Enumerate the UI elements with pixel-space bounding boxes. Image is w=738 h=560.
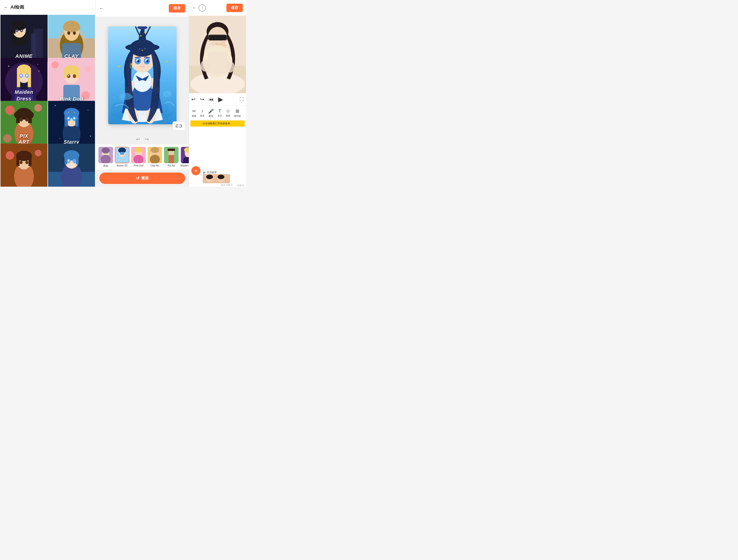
svg-point-137 [122,152,124,155]
filter-anime2d-label: Anime 2D [117,164,127,167]
editor-back-button[interactable]: ← [192,4,197,12]
svg-point-82 [35,150,41,156]
svg-point-38 [85,67,91,72]
svg-text:✦: ✦ [143,31,145,34]
svg-point-170 [201,60,210,71]
svg-text:✦: ✦ [163,79,165,81]
expand-button[interactable]: ⛶ [240,97,244,102]
add-clip-button[interactable]: + [191,166,201,175]
gallery-item-pinkdoll[interactable]: Pink Doll [48,58,95,105]
svg-text:✦: ✦ [38,70,40,72]
filter-item-pinkdoll[interactable]: Pink Doll [131,147,146,167]
filter-strip: 原始 Anime 2D [96,144,189,170]
more1-thumbnail [0,144,48,187]
redo-editor-button[interactable]: ↪ [200,96,204,102]
svg-rect-168 [223,40,225,47]
svg-text:✦: ✦ [139,48,140,50]
gallery-item-more1[interactable] [0,144,48,187]
tool-pictureinpicture[interactable]: ⊞ 画中画 [232,107,243,119]
svg-point-77 [73,117,75,119]
svg-point-10 [21,30,22,31]
filter-item-clayart[interactable]: Clay Art [147,147,162,167]
editor-help-button[interactable]: ? [199,4,206,12]
gallery-item-starry[interactable]: ★ ★ Starry [48,101,95,148]
voice-icon: 🎤 [208,108,214,114]
music-icon: ♪ [201,108,204,114]
svg-point-171 [226,61,235,73]
svg-point-119 [137,60,139,62]
undo-editor-button[interactable]: ↩ [191,96,196,102]
svg-text:★: ★ [73,111,75,113]
svg-text:✦: ✦ [8,65,10,68]
preview-back-button[interactable]: ← [99,6,104,11]
redraw-button[interactable]: ↺ 重画 [99,172,185,184]
editor-nav-buttons: ← ? [192,4,206,12]
svg-point-104 [133,70,152,92]
gallery-grid: ANIME [0,14,95,187]
svg-rect-72 [64,119,68,126]
filter-item-pixart[interactable]: Pix Art [164,147,178,167]
undo-button[interactable]: ↩ [136,136,140,142]
text-icon: T [219,108,221,114]
tooltip-banner: 点击缩略图打开快捷菜单。 [191,120,245,126]
gallery-back-button[interactable]: ← [4,5,8,10]
maiden-label: MaidenDress [15,89,33,102]
svg-point-60 [20,118,23,121]
emoji-label: 表情 [226,114,230,117]
svg-point-37 [51,61,58,68]
cut-label: 剪辑 [192,114,197,118]
bottom-timeline: + 🔊 开启原音 0:00.0 总共 0:04.0 [189,126,246,187]
video-preview [189,16,246,93]
svg-point-63 [54,105,55,106]
filter-item-maiden[interactable]: Maiden Dress [180,147,189,167]
svg-point-51 [34,104,42,111]
gallery-item-anime[interactable]: ANIME [0,15,48,62]
svg-point-88 [20,161,23,164]
svg-point-174 [206,174,213,179]
music-label: 音乐 [200,114,205,117]
pip-icon: ⊞ [236,108,240,114]
tool-cut[interactable]: ✂ 剪辑 [190,107,198,119]
svg-rect-149 [168,155,174,163]
filter-item-anime2d[interactable]: Anime 2D [115,147,129,167]
toolbar-strip: ✂ 剪辑 ♪ 音乐 🎤 配音 T 文字 ☺ 表情 ⊞ 画中画 [189,105,246,120]
svg-point-32 [26,74,28,76]
svg-point-117 [137,60,137,61]
svg-rect-73 [75,119,78,126]
svg-point-89 [25,161,28,164]
svg-text:✦: ✦ [37,63,38,65]
gallery-title: AI绘画 [10,4,24,10]
play-button[interactable]: ▶ [218,96,223,103]
svg-point-99 [68,160,69,161]
filter-pixart-label: Pix Art [167,164,175,167]
gallery-item-pixart[interactable]: PIXART [0,101,48,148]
redo-button[interactable]: ↪ [145,136,149,142]
svg-point-76 [68,117,69,119]
editor-save-button[interactable]: 保存 [227,4,243,12]
svg-rect-87 [28,155,31,166]
tool-text[interactable]: T 文字 [216,107,224,119]
svg-point-64 [87,110,88,110]
svg-point-120 [146,60,148,62]
playback-controls: ↩ ↪ ⏮ ▶ ⛶ [189,93,246,105]
skip-start-button[interactable]: ⏮ [209,96,214,102]
gallery-item-maiden[interactable]: ✦ ✦ ✦ MaidenDress [0,58,48,105]
svg-rect-86 [16,155,19,166]
svg-rect-148 [167,149,175,151]
preview-save-button[interactable]: 保存 [169,4,185,13]
svg-point-176 [218,174,224,179]
tool-emoji[interactable]: ☺ 表情 [224,107,232,119]
svg-point-52 [3,134,12,142]
gallery-item-more2[interactable] [48,144,95,187]
tool-voice[interactable]: 🎤 配音 [207,107,216,119]
filter-item-original[interactable]: 原始 [98,147,113,167]
timeline-clip[interactable] [203,174,230,183]
gallery-item-clay[interactable]: CLAY [48,15,95,62]
svg-rect-96 [76,155,78,164]
cut-icon: ✂ [192,108,196,114]
svg-text:★: ★ [140,34,142,37]
tool-music[interactable]: ♪ 音乐 [198,107,207,119]
voice-label: 配音 [209,114,214,118]
svg-rect-27 [17,68,20,87]
compare-button[interactable]: ⊏⊐ [172,121,185,130]
